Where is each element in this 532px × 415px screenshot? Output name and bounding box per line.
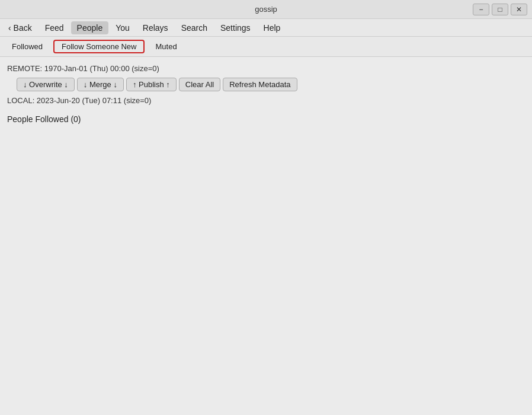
menu-item-people[interactable]: People <box>71 21 109 34</box>
minimize-button[interactable]: − <box>473 4 489 15</box>
merge-button[interactable]: ↓ Merge ↓ <box>77 78 124 91</box>
refresh-metadata-button[interactable]: Refresh Metadata <box>223 78 297 91</box>
overwrite-button[interactable]: ↓ Overwrite ↓ <box>17 78 75 91</box>
menu-item-you[interactable]: You <box>110 21 136 34</box>
menu-item-relays[interactable]: Relays <box>137 21 174 34</box>
main-content: REMOTE: 1970-Jan-01 (Thu) 00:00 (size=0)… <box>0 57 532 415</box>
menu-item-help[interactable]: Help <box>258 21 287 34</box>
menu-item-feed[interactable]: Feed <box>39 21 70 34</box>
remote-info: REMOTE: 1970-Jan-01 (Thu) 00:00 (size=0) <box>7 63 525 75</box>
menu-item-settings[interactable]: Settings <box>214 21 257 34</box>
menu-bar: ‹ Back Feed People You Relays Search Set… <box>0 19 532 37</box>
people-followed-heading: People Followed (0) <box>7 114 525 124</box>
publish-button[interactable]: ↑ Publish ↑ <box>126 78 177 91</box>
menu-item-back[interactable]: ‹ Back <box>2 21 38 34</box>
clear-all-button[interactable]: Clear All <box>179 78 220 91</box>
subtab-follow-someone-new[interactable]: Follow Someone New <box>53 40 145 53</box>
subtab-followed[interactable]: Followed <box>4 40 51 53</box>
subtab-muted[interactable]: Muted <box>147 40 185 53</box>
maximize-button[interactable]: □ <box>492 4 508 15</box>
local-info: LOCAL: 2023-Jun-20 (Tue) 07:11 (size=0) <box>7 95 525 107</box>
subtab-bar: Followed Follow Someone New Muted <box>0 37 532 57</box>
menu-item-search[interactable]: Search <box>175 21 213 34</box>
close-button[interactable]: ✕ <box>511 4 527 15</box>
action-buttons-row: ↓ Overwrite ↓ ↓ Merge ↓ ↑ Publish ↑ Clea… <box>17 78 525 91</box>
title-bar: gossip − □ ✕ <box>0 0 532 19</box>
app-title: gossip <box>255 5 277 14</box>
window-controls: − □ ✕ <box>473 4 527 15</box>
